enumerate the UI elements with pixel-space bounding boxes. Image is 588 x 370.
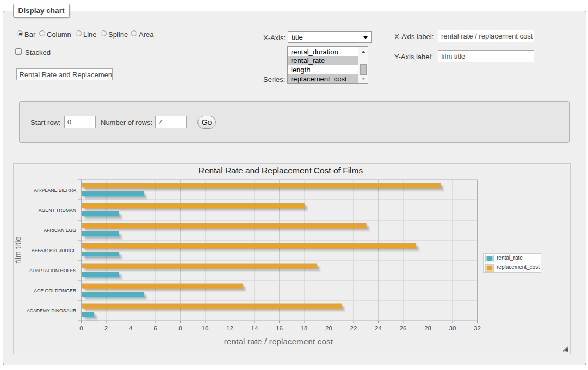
svg-text:rental rate / replacement cost: rental rate / replacement cost bbox=[224, 337, 333, 346]
svg-text:26: 26 bbox=[400, 325, 407, 331]
svg-text:ACADEMY DINOSAUR: ACADEMY DINOSAUR bbox=[27, 308, 76, 313]
svg-text:6: 6 bbox=[154, 325, 157, 331]
svg-text:16: 16 bbox=[276, 325, 283, 331]
svg-text:film title: film title bbox=[14, 236, 22, 263]
svg-text:ADAPTATION HOLES: ADAPTATION HOLES bbox=[29, 268, 76, 273]
svg-text:0: 0 bbox=[79, 325, 83, 331]
svg-text:14: 14 bbox=[251, 325, 258, 331]
svg-text:2: 2 bbox=[104, 325, 108, 331]
svg-text:ACE GOLDFINGER: ACE GOLDFINGER bbox=[34, 288, 76, 293]
svg-text:10: 10 bbox=[202, 325, 209, 331]
svg-text:8: 8 bbox=[178, 325, 182, 331]
svg-text:22: 22 bbox=[350, 325, 357, 331]
svg-text:AFFAIR PREJUDICE: AFFAIR PREJUDICE bbox=[32, 248, 76, 253]
svg-text:32: 32 bbox=[474, 325, 481, 331]
svg-text:Rental Rate and Replacement Co: Rental Rate and Replacement Cost of Film… bbox=[199, 166, 363, 175]
svg-text:replacement_cost: replacement_cost bbox=[497, 264, 540, 270]
svg-text:18: 18 bbox=[301, 325, 308, 331]
svg-text:AGENT TRUMAN: AGENT TRUMAN bbox=[39, 208, 76, 213]
svg-text:AIRPLANE SIERRA: AIRPLANE SIERRA bbox=[34, 187, 76, 193]
svg-text:30: 30 bbox=[449, 325, 456, 331]
svg-text:rental_rate: rental_rate bbox=[497, 255, 523, 261]
svg-text:28: 28 bbox=[424, 325, 431, 331]
svg-text:12: 12 bbox=[226, 325, 233, 331]
svg-text:20: 20 bbox=[325, 325, 332, 331]
svg-text:4: 4 bbox=[129, 325, 133, 331]
svg-text:24: 24 bbox=[375, 325, 382, 331]
svg-text:AFRICAN EGG: AFRICAN EGG bbox=[44, 228, 76, 233]
